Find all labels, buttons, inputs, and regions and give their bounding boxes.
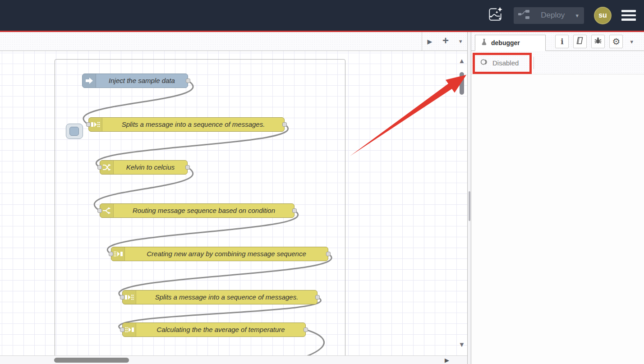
debug-toolbar: Disabled [471,51,644,74]
info-button[interactable]: i [555,35,569,48]
input-port[interactable] [120,327,124,332]
add-flow-button[interactable]: + [442,35,449,46]
output-port[interactable] [326,252,331,256]
debug-disabled-toggle[interactable]: Disabled [475,55,524,70]
output-port[interactable] [292,208,297,213]
tab-scroll-right-icon[interactable]: ▶ [427,38,432,45]
flow-canvas[interactable]: Inject the sample data Splits a message … [0,51,467,355]
split-icon [89,118,102,131]
input-port[interactable] [86,122,91,127]
debug-messages-panel [471,74,644,364]
deploy-caret-icon[interactable]: ▾ [575,12,580,19]
scroll-right-icon[interactable]: ▶ [445,357,449,364]
debug-button[interactable] [591,35,605,48]
gear-icon: ⚙ [612,37,621,46]
deploy-button[interactable]: Deploy ▾ [514,7,584,24]
flow-sparkle-icon [487,6,503,24]
horizontal-scrollbar[interactable]: ▶ [0,355,467,364]
node-label: Calculating the the average of temperatu… [136,323,305,336]
split-icon [123,290,136,304]
flow-tabbar: ▶ + ▾ [0,32,467,51]
node-inject[interactable]: Inject the sample data [82,74,188,88]
disabled-label: Disabled [492,59,519,67]
sidebar: debugger i ⚙ ▾ [471,32,644,364]
output-port[interactable] [315,295,320,299]
hamburger-icon [621,10,636,12]
node-label: Routing message sequence based on condit… [114,204,294,217]
change-icon [100,161,114,174]
input-port[interactable] [97,208,102,213]
flow-tab-controls: ▶ + ▾ [422,32,467,51]
tab-menu-icon[interactable]: ▾ [459,38,462,44]
horizontal-scrollbar-thumb[interactable] [54,358,129,363]
node-join-2[interactable]: Calculating the the average of temperatu… [122,323,306,337]
switch-icon [100,204,114,217]
book-icon [576,37,584,46]
node-split-2[interactable]: Splits a message into a sequence of mess… [122,290,317,304]
input-port[interactable] [109,252,113,256]
output-port[interactable] [185,165,190,170]
user-avatar[interactable]: su [594,7,612,24]
node-label: Splits a message into a sequence of mess… [136,290,317,304]
join-icon [111,247,125,261]
node-split-1[interactable]: Splits a message into a sequence of mess… [88,117,285,132]
help-button[interactable] [573,35,587,48]
vertical-scrollbar-thumb[interactable] [460,72,464,95]
node-switch[interactable]: Routing message sequence based on condit… [100,203,294,218]
header-bar: Deploy ▾ su [0,0,644,31]
scroll-down-icon[interactable]: ▼ [457,341,467,348]
join-icon [123,323,136,336]
toggle-icon [480,59,489,67]
bug-icon [594,37,602,46]
main-menu-button[interactable] [621,8,636,23]
output-port[interactable] [304,327,308,332]
splitter-handle[interactable] [469,191,470,221]
flask-icon [481,38,488,47]
node-label: Creating new array by combining message … [125,247,328,261]
node-label: Inject the sample data [96,74,188,88]
output-port[interactable] [282,122,287,127]
deploy-nodes-icon [518,9,530,21]
deploy-label: Deploy [534,11,571,20]
inject-trigger-button[interactable] [66,124,83,139]
input-port[interactable] [97,165,102,170]
input-port[interactable] [120,295,124,299]
tab-debugger[interactable]: debugger [475,35,546,51]
settings-button[interactable]: ⚙ [609,35,623,48]
sidebar-splitter[interactable] [467,32,471,364]
sidebar-menu-icon[interactable]: ▾ [630,38,633,45]
node-label: Splits a message into a sequence of mess… [102,118,284,131]
node-change[interactable]: Kelvin to celcius [100,160,188,175]
scroll-up-icon[interactable]: ▲ [457,57,467,65]
node-label: Kelvin to celcius [114,161,187,174]
inject-icon [83,74,96,88]
info-icon: i [561,37,563,46]
sidebar-tabbar: debugger i ⚙ ▾ [471,32,644,51]
node-join-1[interactable]: Creating new array by combining message … [111,247,328,261]
flow-assistant-button[interactable] [487,7,504,24]
toolbar-separator [534,57,534,69]
output-port[interactable] [186,78,190,83]
tab-debugger-label: debugger [491,39,520,46]
